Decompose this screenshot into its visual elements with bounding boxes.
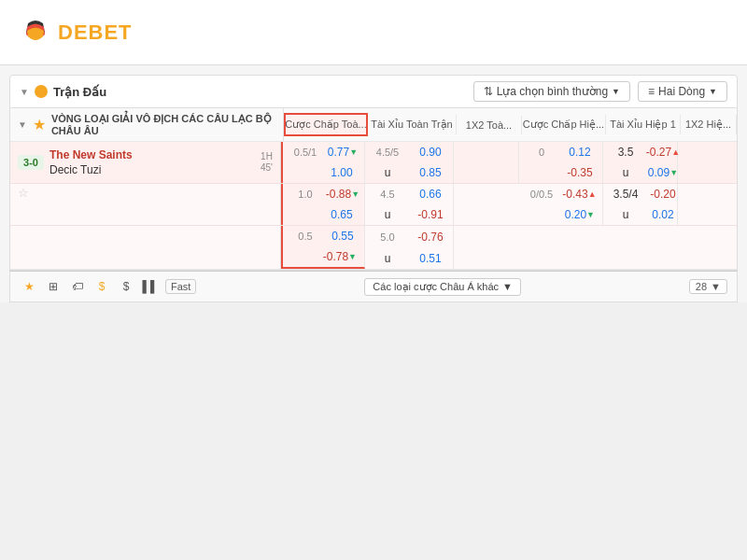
bottom-toolbar: ★ ⊞ 🏷 $ $ ▌▌ Fast Các loại cược Châu Á k… [9, 271, 738, 302]
bar-chart-icon[interactable]: ▌▌ [141, 277, 160, 296]
odds-val-1-1[interactable]: 0.77▼ [324, 144, 361, 161]
filter-button[interactable]: ⇅ Lựa chọn bình thường ▼ [473, 81, 630, 102]
match-info-1: 3-0 The New Saints Decic Tuzi 1H45' [10, 142, 281, 183]
up-arrow-e1: ▲ [588, 189, 597, 199]
toolbar-right: ⇅ Lựa chọn bình thường ▼ ≡ Hai Dòng ▼ [473, 81, 727, 102]
e1-h-val[interactable]: -0.43▲ [560, 186, 599, 203]
league-info: ▼ ★ VÒNG LOẠI GIẢI VÔ ĐỊCH CÁC CÂU LẠC B… [10, 108, 284, 141]
odds-val-1-2[interactable]: 1.00 [323, 164, 360, 181]
chau-a-button[interactable]: Các loại cược Châu Á khác ▼ [364, 278, 521, 296]
h-tai-xiu-val-1[interactable]: -0.27▲ [644, 144, 682, 161]
view-icon: ≡ [648, 85, 655, 98]
col-header-cuoc-chap-h: Cược Chấp Hiệ... [522, 115, 606, 134]
chau-a-arrow-icon: ▼ [502, 281, 513, 292]
extra-row-2: 0.5 0.55 -0.78▼ 5.0 -0.76 u [10, 225, 737, 269]
e1-tai-xiu[interactable]: 4.5 [369, 186, 406, 203]
extra-odds-2: 0.5 0.55 -0.78▼ 5.0 -0.76 u [281, 226, 737, 269]
live-indicator [35, 85, 48, 98]
extra-row-1-left: ☆ [10, 184, 281, 225]
e2-tx-val[interactable]: -0.76 [412, 228, 449, 245]
odds-section-1: 0.5/1 0.77▼ 1.00 4.5/5 0.90 [281, 142, 737, 183]
header: DEBET [0, 0, 747, 65]
logo-flag-icon [19, 16, 52, 49]
toolbar-title: Trận Đấu [53, 85, 106, 99]
list-icon[interactable]: ⊞ [44, 277, 63, 296]
logo-text: DEBET [58, 21, 133, 45]
down-arrow-e1b: ▼ [586, 210, 595, 219]
down-arrow-e2: ▼ [348, 252, 357, 261]
filter-arrow-icon: ▼ [612, 87, 620, 96]
e1-h-tx-val2[interactable]: 0.02 [644, 206, 682, 223]
team2-name[interactable]: Decic Tuzi [49, 163, 101, 176]
star-bottom-icon[interactable]: ★ [20, 277, 38, 296]
extra-row-2-left [10, 226, 281, 269]
match-row-1: 3-0 The New Saints Decic Tuzi 1H45' 0.5/… [10, 142, 737, 183]
bottom-icons: ★ ⊞ 🏷 $ $ ▌▌ Fast [20, 277, 196, 296]
e1-h-handicap[interactable]: 0/0.5 [523, 186, 560, 203]
toolbar: ▼ Trận Đấu ⇅ Lựa chọn bình thường ▼ ≡ Ha… [9, 75, 738, 108]
down-arrow-icon-2: ▼ [669, 168, 678, 177]
e1-odds-val2[interactable]: 0.65 [323, 206, 360, 223]
league-star-icon[interactable]: ★ [33, 116, 46, 133]
fast-label[interactable]: Fast [165, 279, 196, 294]
toolbar-left: ▼ Trận Đấu [20, 85, 466, 99]
handicap-val-1-1[interactable]: 0.5/1 [287, 144, 324, 161]
down-arrow-icon: ▼ [349, 147, 358, 157]
col-header-1x2: 1X2 Toà... [457, 116, 522, 134]
col-header-cuoc-chap: Cược Chấp Toà... [284, 113, 368, 136]
page-count: 28 ▼ [689, 279, 727, 294]
main-content: ▼ Trận Đấu ⇅ Lựa chọn bình thường ▼ ≡ Ha… [0, 65, 747, 302]
e2-odds-val[interactable]: 0.55 [324, 228, 361, 245]
e1-h-val2[interactable]: 0.20▼ [561, 206, 599, 223]
tai-xiu-h-1[interactable]: 4.5/5 [369, 144, 406, 161]
league-header-row: ▼ ★ VÒNG LOẠI GIẢI VÔ ĐỊCH CÁC CÂU LẠC B… [10, 108, 737, 142]
bottom-center: Các loại cược Châu Á khác ▼ [204, 278, 681, 296]
page-arrow-icon: ▼ [711, 281, 721, 292]
h-tai-xiu-u-1[interactable]: u [607, 164, 644, 181]
h-odds-val-1[interactable]: 0.12 [561, 144, 599, 161]
league-name: VÒNG LOẠI GIẢI VÔ ĐỊCH CÁC CÂU LẠC BỘ CH… [51, 113, 275, 136]
e1-odds-val[interactable]: -0.88▼ [324, 186, 361, 203]
logo: DEBET [19, 16, 133, 49]
down-arrow-e1: ▼ [351, 189, 359, 199]
e1-handicap[interactable]: 1.0 [287, 186, 324, 203]
collapse-icon[interactable]: ▼ [20, 87, 29, 97]
e1-u[interactable]: u [369, 206, 406, 223]
view-button[interactable]: ≡ Hai Dòng ▼ [638, 81, 727, 102]
col-header-1x2-h: 1X2 Hiệ... [681, 115, 737, 134]
tai-xiu-val-1[interactable]: 0.90 [412, 144, 449, 161]
e1-h-u[interactable]: u [607, 206, 644, 223]
e1-h-tai-xiu[interactable]: 3.5/4 [607, 186, 644, 203]
match-star-icon[interactable]: ☆ [18, 186, 29, 200]
h-odds-val-2[interactable]: -0.35 [561, 164, 599, 181]
col-header-tai-xiu: Tài Xỉu Toàn Trận [368, 115, 457, 134]
filter-icon: ⇅ [484, 85, 493, 98]
score-badge: 3-0 [18, 155, 44, 170]
extra-odds-1: 1.0 -0.88▼ 0.65 4.5 0.66 u [281, 184, 737, 225]
e1-h-tx-val[interactable]: -0.20 [644, 186, 682, 203]
coin-icon[interactable]: $ [92, 277, 111, 296]
h-tai-xiu-1[interactable]: 3.5 [607, 144, 644, 161]
tag-icon[interactable]: 🏷 [68, 277, 87, 296]
e2-handicap[interactable]: 0.5 [287, 228, 324, 245]
dollar-icon[interactable]: $ [117, 277, 135, 296]
h-handicap-1[interactable]: 0 [523, 144, 560, 161]
tai-xiu-val-2[interactable]: 0.85 [412, 164, 449, 181]
bottom-right: 28 ▼ [689, 279, 727, 294]
view-arrow-icon: ▼ [709, 87, 717, 96]
e2-u[interactable]: u [369, 249, 406, 267]
team1-name[interactable]: The New Saints [49, 148, 133, 161]
e2-tai-xiu[interactable]: 5.0 [369, 228, 406, 245]
match-time: 1H45' [261, 151, 273, 174]
e2-tx-val2[interactable]: 0.51 [412, 249, 449, 267]
tai-xiu-u-1[interactable]: u [369, 164, 406, 181]
match-section: ▼ ★ VÒNG LOẠI GIẢI VÔ ĐỊCH CÁC CÂU LẠC B… [9, 108, 738, 271]
e1-tx-val[interactable]: 0.66 [412, 186, 449, 203]
league-columns: Cược Chấp Toà... Tài Xỉu Toàn Trận 1X2 T… [284, 108, 737, 141]
h-tai-xiu-val-2[interactable]: 0.09▼ [644, 164, 682, 181]
col-header-tai-xiu-h: Tài Xỉu Hiệp 1 [606, 115, 681, 134]
e2-odds-val2[interactable]: -0.78▼ [319, 248, 360, 265]
league-collapse-icon[interactable]: ▼ [18, 119, 27, 130]
extra-row-1: ☆ 1.0 -0.88▼ 0.65 [10, 183, 737, 225]
e1-tx-val2[interactable]: -0.91 [412, 206, 449, 223]
